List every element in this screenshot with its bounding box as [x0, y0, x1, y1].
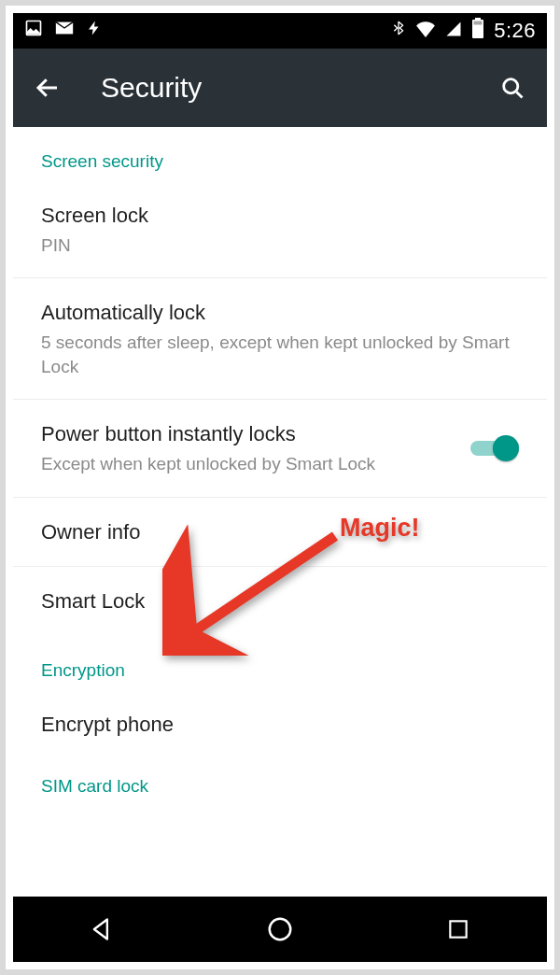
battery-icon	[471, 18, 484, 44]
svg-rect-3	[474, 21, 483, 25]
wifi-icon	[415, 19, 436, 43]
svg-rect-2	[475, 18, 481, 21]
row-subtitle: 5 seconds after sleep, except when kept …	[41, 331, 519, 378]
status-bar: 5:26	[13, 13, 547, 49]
row-power-button-locks[interactable]: Power button instantly locks Except when…	[13, 400, 547, 497]
settings-content: Screen security Screen lock PIN Automati…	[13, 127, 547, 897]
section-header-encryption: Encryption	[13, 636, 547, 690]
clock-text: 5:26	[494, 19, 536, 43]
nav-recent-button[interactable]	[440, 911, 477, 948]
system-nav-bar	[13, 897, 547, 962]
row-title: Screen lock	[41, 202, 519, 230]
mail-icon	[54, 18, 75, 44]
row-subtitle: PIN	[41, 233, 519, 258]
bolt-icon	[86, 19, 103, 43]
back-button[interactable]	[32, 72, 63, 104]
row-subtitle: Except when kept unlocked by Smart Lock	[41, 452, 470, 476]
nav-back-button[interactable]	[83, 911, 120, 948]
svg-point-4	[504, 79, 518, 93]
row-title: Owner info	[41, 518, 519, 546]
toggle-power-button-locks[interactable]	[470, 435, 519, 461]
app-toolbar: Security	[13, 49, 547, 127]
nav-home-button[interactable]	[261, 911, 299, 948]
section-header-screen-security: Screen security	[13, 127, 547, 181]
page-title: Security	[101, 72, 202, 104]
picture-icon	[24, 19, 43, 43]
search-button[interactable]	[497, 72, 528, 104]
row-owner-info[interactable]: Owner info	[13, 498, 547, 568]
bluetooth-icon	[391, 18, 406, 44]
row-title: Encrypt phone	[41, 711, 519, 739]
row-encrypt-phone[interactable]: Encrypt phone	[13, 690, 547, 759]
row-title: Automatically lock	[41, 299, 519, 327]
row-title: Power button instantly locks	[41, 420, 470, 448]
row-smart-lock[interactable]: Smart Lock	[13, 567, 547, 636]
section-header-sim-card-lock: SIM card lock	[13, 759, 547, 806]
cell-signal-icon	[445, 19, 462, 43]
svg-rect-7	[450, 921, 466, 937]
row-title: Smart Lock	[41, 587, 519, 615]
svg-point-6	[270, 919, 291, 940]
toggle-thumb	[493, 435, 519, 461]
row-screen-lock[interactable]: Screen lock PIN	[13, 181, 547, 278]
row-automatically-lock[interactable]: Automatically lock 5 seconds after sleep…	[13, 278, 547, 400]
